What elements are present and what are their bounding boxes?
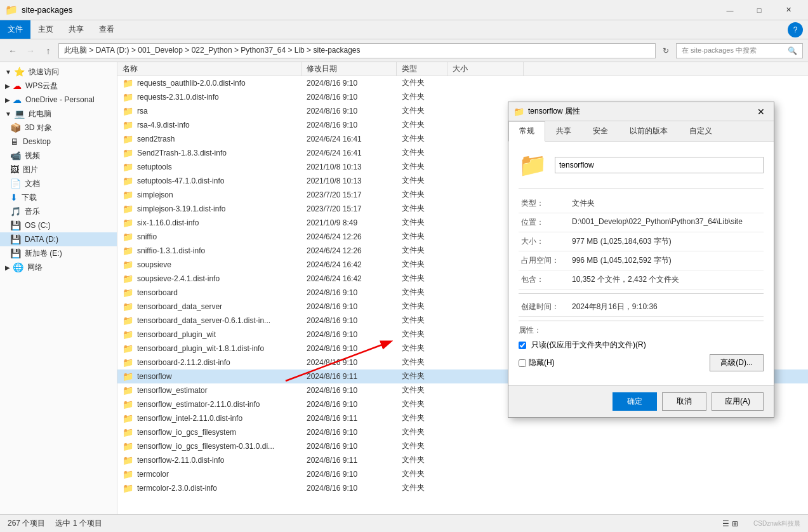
folder-icon: 📁	[123, 413, 133, 423]
dialog-tab-share[interactable]: 共享	[545, 121, 582, 141]
folder-icon: 📁	[123, 427, 133, 437]
minimize-button[interactable]: —	[715, 0, 745, 20]
sidebar-item-quick-access[interactable]: ▼ ⭐ 快速访问	[0, 65, 117, 79]
maximize-button[interactable]: □	[745, 0, 774, 20]
file-name-text: requests-2.31.0.dist-info	[137, 93, 219, 102]
sidebar-item-videos[interactable]: 📹 视频	[0, 149, 117, 163]
sidebar-item-thispc[interactable]: ▼ 💻 此电脑	[0, 107, 117, 121]
up-button[interactable]: ↑	[41, 43, 56, 58]
table-row[interactable]: 📁 termcolor-2.3.0.dist-info 2024/8/16 9:…	[117, 481, 808, 495]
help-button[interactable]: ?	[788, 22, 803, 37]
hidden-checkbox[interactable]	[519, 359, 526, 367]
file-type: 文件夹	[397, 455, 447, 465]
back-button[interactable]: ←	[5, 43, 20, 58]
file-date: 2024/6/24 16:41	[301, 135, 397, 143]
sidebar-item-wps[interactable]: ▶ ☁ WPS云盘	[0, 79, 117, 93]
file-name: 📁 simplejson-3.19.1.dist-info	[117, 204, 301, 214]
file-name-text: tensorboard_plugin_wit	[137, 330, 216, 339]
prop-row-size: 大小： 977 MB (1,025,184,603 字节)	[519, 232, 764, 251]
prop-row-disksize: 占用空间： 996 MB (1,045,102,592 字节)	[519, 251, 764, 270]
file-name: 📁 soupsieve-2.4.1.dist-info	[117, 274, 301, 284]
readonly-checkbox[interactable]	[519, 342, 526, 349]
file-date: 2024/8/16 9:10	[301, 288, 397, 297]
watermark: CSDznwk科技晨	[753, 519, 800, 528]
thispc-icon: 💻	[14, 109, 25, 119]
folder-icon: 📁	[123, 218, 133, 228]
file-name: 📁 rsa	[117, 106, 301, 116]
file-date: 2024/8/16 9:11	[301, 456, 397, 465]
file-date: 2024/6/24 12:26	[301, 246, 397, 255]
address-input[interactable]: 此电脑 > DATA (D:) > 001_Develop > 022_Pyth…	[58, 43, 656, 58]
sidebar-item-network[interactable]: ▶ 🌐 网络	[0, 260, 117, 274]
window-icon: 📁	[5, 4, 18, 16]
file-name-text: setuptools-47.1.0.dist-info	[137, 176, 224, 185]
file-name: 📁 termcolor-2.3.0.dist-info	[117, 483, 301, 493]
menu-item-share[interactable]: 共享	[61, 20, 91, 39]
folder-icon: 📁	[123, 455, 133, 465]
dialog-tab-previous[interactable]: 以前的版本	[619, 121, 679, 141]
file-name-text: tensorflow_intel-2.11.0.dist-info	[137, 414, 242, 423]
table-row[interactable]: 📁 tensorflow-2.11.0.dist-info 2024/8/16 …	[117, 453, 808, 467]
header-type[interactable]: 类型	[397, 62, 447, 76]
sidebar-item-desktop[interactable]: 🖥 Desktop	[0, 135, 117, 149]
detail-view-icon[interactable]: ⊞	[732, 519, 738, 528]
sidebar-item-d-drive[interactable]: 💾 DATA (D:)	[0, 232, 117, 246]
file-name-text: simplejson-3.19.1.dist-info	[137, 204, 225, 213]
sidebar-item-onedrive[interactable]: ▶ ☁ OneDrive - Personal	[0, 93, 117, 107]
file-name-text: requests_oauthlib-2.0.0.dist-info	[137, 79, 246, 88]
search-box[interactable]: 在 site-packages 中搜索 🔍	[676, 43, 803, 58]
dialog-tab-security[interactable]: 安全	[582, 121, 619, 141]
dialog-name-row: 📁	[519, 152, 764, 178]
close-button[interactable]: ✕	[774, 0, 803, 20]
file-name-text: tensorboard	[137, 288, 178, 297]
onedrive-icon: ☁	[13, 95, 22, 105]
prop-row-location: 位置： D:\001_Develop\022_Python\Python37_6…	[519, 213, 764, 232]
header-name[interactable]: 名称	[117, 62, 301, 76]
file-type: 文件夹	[397, 133, 447, 144]
file-name: 📁 send2trash	[117, 134, 301, 144]
dialog-tab-custom[interactable]: 自定义	[679, 121, 723, 141]
sidebar-item-e-drive[interactable]: 💾 新加卷 (E:)	[0, 246, 117, 260]
file-name: 📁 sniffio-1.3.1.dist-info	[117, 246, 301, 256]
file-date: 2024/8/16 9:10	[301, 470, 397, 479]
dialog-name-input[interactable]	[555, 157, 764, 173]
properties-dialog: 📁 tensorflow 属性 ✕ 常规 共享 安全 以前的版本 自定义 📁 类…	[508, 102, 774, 418]
menu-item-view[interactable]: 查看	[91, 20, 122, 39]
sidebar-item-downloads[interactable]: ⬇ 下载	[0, 190, 117, 204]
cancel-button[interactable]: 取消	[662, 392, 706, 411]
sidebar-item-music[interactable]: 🎵 音乐	[0, 204, 117, 218]
forward-button[interactable]: →	[23, 43, 38, 58]
folder-icon: 📁	[123, 260, 133, 270]
sidebar: ▼ ⭐ 快速访问 ▶ ☁ WPS云盘 ▶ ☁ OneDrive - Person…	[0, 62, 117, 514]
header-date[interactable]: 修改日期	[301, 62, 397, 76]
table-row[interactable]: 📁 tensorflow_io_gcs_filesystem-0.31.0.di…	[117, 439, 808, 453]
prop-row-type: 类型： 文件夹	[519, 194, 764, 213]
menu-item-home[interactable]: 主页	[30, 20, 61, 39]
apply-button[interactable]: 应用(A)	[712, 392, 764, 411]
sidebar-item-c-drive[interactable]: 💾 OS (C:)	[0, 218, 117, 232]
table-row[interactable]: 📁 termcolor 2024/8/16 9:10 文件夹	[117, 467, 808, 481]
refresh-button[interactable]: ↻	[658, 43, 673, 58]
ok-button[interactable]: 确定	[613, 392, 657, 411]
dialog-close-button[interactable]: ✕	[753, 104, 769, 119]
advanced-button[interactable]: 高级(D)...	[710, 354, 764, 371]
table-row[interactable]: 📁 tensorflow_io_gcs_filesystem 2024/8/16…	[117, 425, 808, 439]
sidebar-item-3dobjects[interactable]: 📦 3D 对象	[0, 121, 117, 135]
sidebar-item-pictures[interactable]: 🖼 图片	[0, 163, 117, 176]
sidebar-label-videos: 视频	[25, 150, 40, 161]
folder-icon: 📁	[123, 469, 133, 479]
menu-item-file[interactable]: 文件	[0, 20, 30, 39]
header-size[interactable]: 大小	[447, 62, 524, 76]
dialog-tab-general[interactable]: 常规	[508, 121, 545, 142]
list-view-icon[interactable]: ☰	[722, 519, 729, 528]
attr-label: 属性：	[519, 326, 541, 335]
folder-icon: 📁	[123, 483, 133, 493]
table-row[interactable]: 📁 requests_oauthlib-2.0.0.dist-info 2024…	[117, 76, 808, 90]
dialog-folder-icon-small: 📁	[513, 107, 524, 117]
sidebar-item-documents[interactable]: 📄 文档	[0, 176, 117, 190]
file-name-text: tensorboard_data_server	[137, 302, 222, 311]
attr-hidden-row: 隐藏(H) 高级(D)...	[519, 354, 764, 371]
file-type: 文件夹	[397, 245, 447, 256]
file-name-text: tensorflow_io_gcs_filesystem-0.31.0.di..…	[137, 442, 274, 451]
file-date: 2024/8/16 9:11	[301, 372, 397, 381]
